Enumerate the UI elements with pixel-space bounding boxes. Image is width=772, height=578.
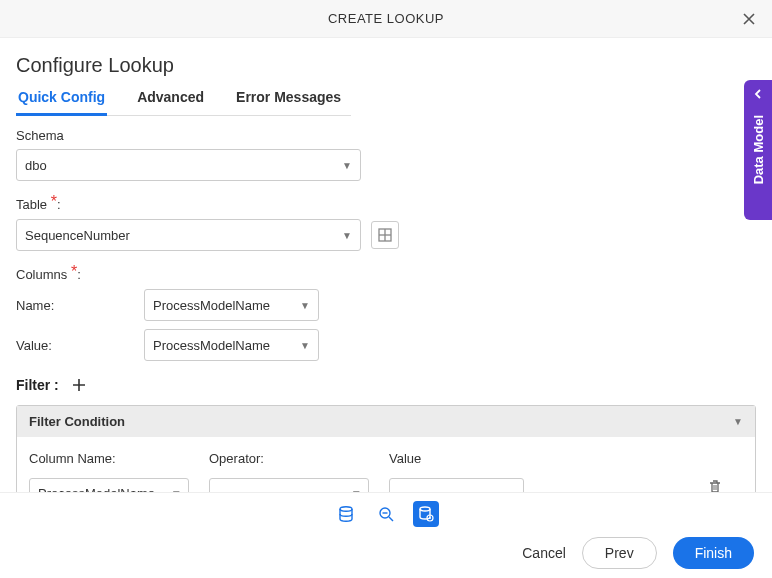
svg-point-9 (420, 507, 430, 511)
chevron-down-icon: ▼ (342, 230, 352, 241)
chevron-down-icon: ▼ (733, 416, 743, 427)
tab-advanced[interactable]: Advanced (135, 89, 206, 115)
filter-label: Filter : (16, 377, 59, 393)
filter-column-name-select[interactable]: ProcessModelName ▾ (29, 478, 189, 492)
content-area: Configure Lookup Quick Config Advanced E… (0, 38, 772, 492)
tab-quick-config[interactable]: Quick Config (16, 89, 107, 116)
cancel-button[interactable]: Cancel (522, 545, 566, 561)
schema-label: Schema (16, 128, 756, 143)
table-grid-button[interactable] (371, 221, 399, 249)
filter-panel-header[interactable]: Filter Condition ▼ (17, 406, 755, 437)
columns-name-value: ProcessModelName (153, 298, 270, 313)
filter-header: Filter : (16, 375, 756, 395)
filter-value-input[interactable] (389, 478, 524, 492)
dialog-title: CREATE LOOKUP (328, 11, 444, 26)
chevron-down-icon: ▼ (300, 340, 310, 351)
filter-panel-body: Column Name: ProcessModelName ▾ Operator… (17, 437, 755, 492)
prev-button[interactable]: Prev (582, 537, 657, 569)
close-button[interactable] (738, 8, 760, 30)
side-tab-label: Data Model (751, 115, 766, 184)
table-select[interactable]: SequenceNumber ▼ (16, 219, 361, 251)
page-title: Configure Lookup (16, 54, 756, 77)
footer-buttons: Cancel Prev Finish (0, 527, 772, 569)
tabs: Quick Config Advanced Error Messages (16, 89, 351, 116)
schema-select[interactable]: dbo ▼ (16, 149, 361, 181)
chevron-down-icon: ▼ (300, 300, 310, 311)
table-label: Table *: (16, 195, 756, 213)
footer: Cancel Prev Finish (0, 492, 772, 578)
columns-name-select[interactable]: ProcessModelName ▼ (144, 289, 319, 321)
database-icon (337, 505, 355, 523)
grid-icon (377, 227, 393, 243)
filter-operator-label: Operator: (209, 451, 379, 466)
svg-point-5 (340, 507, 352, 511)
footer-icons (0, 493, 772, 527)
filter-value-label: Value (389, 451, 539, 466)
columns-value-label: Value: (16, 338, 144, 353)
svg-point-11 (429, 517, 431, 519)
filter-column-name-label: Column Name: (29, 451, 199, 466)
finish-button[interactable]: Finish (673, 537, 754, 569)
database-icon-button[interactable] (333, 501, 359, 527)
close-icon (741, 11, 757, 27)
side-tab-data-model[interactable]: Data Model (744, 80, 772, 220)
schema-value: dbo (25, 158, 47, 173)
plus-icon (71, 377, 87, 393)
filter-panel: Filter Condition ▼ Column Name: ProcessM… (16, 405, 756, 492)
dialog-header: CREATE LOOKUP (0, 0, 772, 38)
columns-value-select[interactable]: ProcessModelName ▼ (144, 329, 319, 361)
filter-operator-select[interactable]: = ▾ (209, 478, 369, 492)
tab-error-messages[interactable]: Error Messages (234, 89, 343, 115)
database-gear-icon (417, 505, 435, 523)
table-value: SequenceNumber (25, 228, 130, 243)
svg-line-7 (389, 517, 393, 521)
filter-panel-title: Filter Condition (29, 414, 125, 429)
zoom-out-icon-button[interactable] (373, 501, 399, 527)
delete-filter-button[interactable] (707, 479, 723, 492)
columns-label: Columns *: (16, 265, 756, 283)
chevron-down-icon: ▼ (342, 160, 352, 171)
trash-icon (707, 479, 723, 492)
add-filter-button[interactable] (69, 375, 89, 395)
chevron-left-icon (752, 88, 764, 100)
zoom-out-icon (377, 505, 395, 523)
database-gear-icon-button[interactable] (413, 501, 439, 527)
columns-value-value: ProcessModelName (153, 338, 270, 353)
columns-name-label: Name: (16, 298, 144, 313)
